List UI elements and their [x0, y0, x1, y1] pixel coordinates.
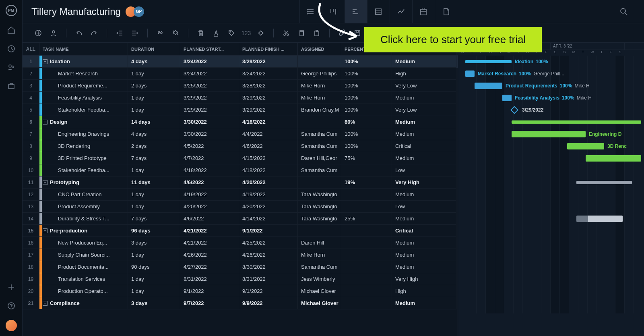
collapse-icon[interactable]: − — [43, 120, 47, 124]
left-rail: PM — [0, 0, 23, 336]
col-start[interactable]: PLANNED START... — [180, 43, 239, 55]
redo-button[interactable] — [87, 26, 101, 40]
svg-point-2 — [12, 66, 14, 68]
task-row[interactable]: 18Product Documenta...90 days4/27/20228/… — [23, 261, 458, 273]
app-logo[interactable]: PM — [6, 5, 17, 16]
toolbar: 123 — [23, 23, 644, 43]
task-grid: ALLTASK NAMEDURATIONPLANNED START...PLAN… — [23, 43, 458, 336]
assign-button[interactable] — [47, 26, 60, 40]
view-gantt[interactable] — [345, 0, 367, 23]
briefcase-icon[interactable] — [7, 81, 16, 90]
collapse-icon[interactable]: − — [43, 301, 47, 306]
unlink-button[interactable] — [169, 26, 182, 40]
collapse-icon[interactable]: − — [43, 228, 47, 233]
task-row[interactable]: 93D Printed Prototype7 days4/7/20224/15/… — [23, 152, 458, 164]
task-row[interactable]: 16New Production Eq...3 days4/21/20224/2… — [23, 237, 458, 249]
undo-button[interactable] — [72, 26, 86, 40]
col-name[interactable]: TASK NAME — [39, 43, 128, 55]
task-row[interactable]: 3Product Requireme...2 days3/25/20223/28… — [23, 80, 458, 92]
svg-point-7 — [307, 13, 308, 14]
col-ass[interactable]: ASSIGNED — [298, 43, 341, 55]
team-icon[interactable] — [7, 63, 16, 72]
task-row[interactable]: 10Stakeholder Feedba...1 day4/18/20224/1… — [23, 164, 458, 176]
svg-point-6 — [307, 11, 308, 12]
cta-callout[interactable]: Click here to start your free trial — [364, 27, 542, 52]
view-calendar[interactable] — [412, 0, 435, 23]
attach-button[interactable] — [335, 26, 349, 40]
task-row[interactable]: 4Feasibility Analysis1 day3/29/20223/29/… — [23, 92, 458, 104]
svg-rect-14 — [259, 31, 263, 35]
col-dur[interactable]: DURATION — [128, 43, 180, 55]
task-row[interactable]: 15−Pre-production96 days4/21/20229/1/202… — [23, 225, 458, 237]
task-row[interactable]: 2Market Research1 day3/24/20223/24/2022G… — [23, 68, 458, 80]
add-icon[interactable] — [7, 283, 16, 292]
task-row[interactable]: 7Engineering Drawings4 days3/30/20224/4/… — [23, 128, 458, 140]
paste-button[interactable] — [310, 26, 324, 40]
milestone-button[interactable] — [254, 26, 268, 40]
task-row[interactable]: 6−Design14 days3/30/20224/18/202280%Medi… — [23, 116, 458, 128]
task-row[interactable]: 13Product Assembly1 day4/20/20224/20/202… — [23, 201, 458, 213]
delete-button[interactable] — [194, 26, 208, 40]
svg-point-15 — [284, 34, 285, 35]
view-dashboard[interactable] — [390, 0, 412, 23]
svg-point-12 — [52, 31, 55, 33]
save-button[interactable] — [351, 26, 364, 40]
task-row[interactable]: 12CNC Part Creation1 day4/19/20224/19/20… — [23, 189, 458, 201]
text-format-button[interactable] — [209, 26, 223, 40]
project-title: Tillery Manufacturing — [31, 6, 121, 17]
svg-point-1 — [9, 65, 11, 67]
top-bar: Tillery Manufacturing GP — [23, 0, 644, 23]
collapse-icon[interactable]: − — [43, 180, 47, 185]
col-all[interactable]: ALL — [23, 43, 39, 55]
svg-point-5 — [307, 9, 308, 10]
svg-rect-3 — [8, 85, 14, 89]
view-sheet[interactable] — [367, 0, 390, 23]
indent-button[interactable] — [128, 26, 142, 40]
task-row[interactable]: 83D Rendering2 days4/5/20224/6/2022Saman… — [23, 140, 458, 152]
task-row[interactable]: 1−Ideation4 days3/24/20223/29/2022100%Me… — [23, 56, 458, 68]
avatar-2[interactable]: GP — [134, 6, 144, 17]
svg-rect-8 — [376, 9, 381, 15]
svg-rect-17 — [300, 31, 303, 36]
task-row[interactable]: 19Translation Services1 day8/31/20228/31… — [23, 273, 458, 285]
task-row[interactable]: 5Stakeholder Feedba...1 day3/29/20223/29… — [23, 104, 458, 116]
task-row[interactable]: 20Production Operato...1 day9/1/20229/1/… — [23, 285, 458, 297]
outdent-button[interactable] — [113, 26, 126, 40]
gantt-chart[interactable]: n, 20 '22MAR, 27 '22APR, 3 '22 WTFSSMTWT… — [458, 43, 644, 336]
cut-button[interactable] — [279, 26, 293, 40]
link-button[interactable] — [153, 26, 167, 40]
svg-rect-18 — [315, 31, 319, 36]
svg-point-10 — [621, 8, 625, 13]
task-row[interactable]: 17Supply Chain Sourci...1 day4/26/20224/… — [23, 249, 458, 261]
svg-point-16 — [287, 34, 289, 35]
svg-rect-9 — [421, 9, 426, 15]
numbering-label[interactable]: 123 — [240, 30, 252, 36]
copy-button[interactable] — [295, 26, 308, 40]
tag-button[interactable] — [225, 26, 238, 40]
collaborators[interactable]: GP — [128, 6, 144, 17]
recent-icon[interactable] — [7, 44, 16, 53]
collapse-icon[interactable]: − — [43, 59, 47, 64]
view-list[interactable] — [299, 0, 322, 23]
help-icon[interactable] — [7, 301, 16, 310]
task-row[interactable]: 14Durability & Stress T...7 days4/6/2022… — [23, 213, 458, 225]
svg-point-13 — [230, 31, 231, 32]
col-finish[interactable]: PLANNED FINISH ... — [239, 43, 298, 55]
home-icon[interactable] — [7, 26, 16, 35]
view-doc[interactable] — [435, 0, 457, 23]
svg-rect-20 — [355, 31, 360, 35]
add-task-button[interactable] — [31, 26, 45, 40]
task-row[interactable]: 11−Prototyping11 days4/6/20224/20/202219… — [23, 176, 458, 189]
user-avatar[interactable] — [6, 320, 17, 331]
view-board[interactable] — [322, 0, 345, 23]
search-button[interactable] — [613, 8, 635, 16]
task-row[interactable]: 21−Compliance3 days9/7/20229/9/2022Micha… — [23, 297, 458, 309]
